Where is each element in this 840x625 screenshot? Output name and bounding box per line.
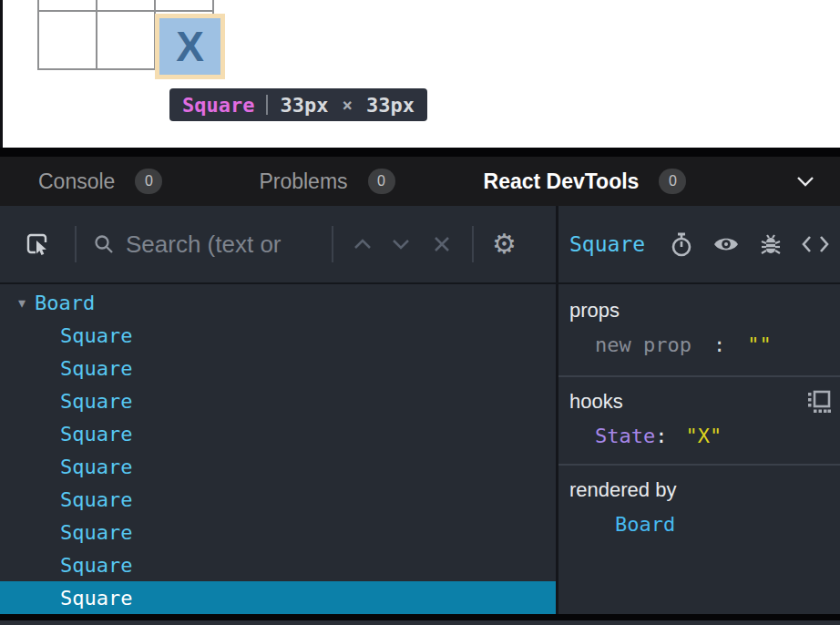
tree-item-square[interactable]: Square	[0, 352, 556, 384]
tree-item-label: Square	[60, 390, 132, 413]
tab-react-devtools-badge: 0	[659, 169, 686, 194]
tab-react-devtools[interactable]: React DevTools 0	[484, 169, 687, 194]
tab-problems-label: Problems	[259, 169, 347, 194]
toolbar-divider	[75, 226, 77, 262]
tab-console-label: Console	[38, 169, 115, 194]
hook-state-label: State	[595, 425, 655, 447]
inspect-element-icon[interactable]	[24, 231, 51, 258]
board-cell[interactable]	[97, 0, 155, 11]
tree-item-label: Square	[60, 587, 132, 610]
tab-console[interactable]: Console 0	[38, 169, 162, 194]
react-devtools-content: ▾ Board Square Square Square Square Squa…	[0, 284, 840, 614]
page-viewport: X Square 33px × 33px	[0, 0, 840, 148]
tooltip-component-name: Square	[182, 94, 254, 117]
react-devtools-toolbar: ⚙ Square	[0, 206, 840, 284]
tree-item-label: Square	[60, 357, 132, 380]
tree-item-square[interactable]: Square	[0, 417, 556, 450]
settings-gear-icon[interactable]: ⚙	[492, 231, 517, 258]
hook-colon: :	[655, 425, 667, 447]
inspect-tooltip: Square 33px × 33px	[169, 88, 427, 121]
tree-item-square-selected[interactable]: Square	[0, 581, 556, 614]
components-tree: ▾ Board Square Square Square Square Squa…	[0, 284, 558, 614]
inspect-highlight-content[interactable]: X	[159, 18, 220, 75]
tree-item-square[interactable]: Square	[0, 384, 556, 417]
search-next-icon[interactable]	[390, 239, 412, 250]
rendered-by-board-link[interactable]: Board	[615, 513, 675, 536]
new-prop-input[interactable]	[595, 333, 697, 356]
prop-colon: :	[713, 333, 725, 356]
toolbar-divider	[332, 226, 333, 262]
panel-bottom-strip	[0, 620, 840, 625]
rendered-by-title: rendered by	[569, 478, 676, 502]
board-cell[interactable]	[155, 0, 213, 11]
new-prop-value[interactable]: ""	[747, 333, 772, 356]
component-inspector: props : "" hooks	[558, 284, 840, 614]
board-cell[interactable]	[38, 11, 97, 69]
selected-component-name: Square	[569, 232, 645, 256]
view-source-brackets-icon[interactable]	[802, 235, 829, 253]
search-prev-icon[interactable]	[352, 239, 374, 250]
tooltip-width: 33px	[280, 94, 328, 117]
selected-component-header: Square	[558, 206, 840, 282]
debug-bug-icon[interactable]	[759, 231, 783, 257]
tree-item-square[interactable]: Square	[0, 483, 556, 516]
tree-item-board[interactable]: ▾ Board	[0, 286, 556, 319]
hook-state-value[interactable]: "X"	[685, 425, 722, 447]
hooks-section: hooks State : "X"	[558, 375, 840, 464]
hooks-section-title: hooks	[569, 390, 623, 414]
tree-item-label: Board	[35, 292, 95, 314]
tree-item-label: Square	[60, 554, 132, 577]
expander-triangle-icon[interactable]: ▾	[18, 294, 26, 312]
tree-item-label: Square	[60, 456, 132, 478]
props-section-title: props	[569, 299, 620, 323]
board-cell[interactable]	[97, 11, 155, 69]
tooltip-divider	[266, 95, 268, 115]
parse-hook-names-icon[interactable]	[806, 390, 831, 414]
chevron-down-icon[interactable]	[796, 176, 814, 187]
components-toolbar: ⚙	[0, 206, 558, 282]
props-section: props : ""	[558, 284, 840, 375]
tooltip-height: 33px	[366, 94, 415, 117]
tree-item-square[interactable]: Square	[0, 548, 556, 581]
tab-react-devtools-label: React DevTools	[484, 169, 640, 194]
window-edge	[0, 0, 3, 148]
inspect-dom-eye-icon[interactable]	[712, 234, 740, 254]
panel-bottom-border	[0, 614, 840, 620]
tree-item-label: Square	[60, 488, 132, 511]
tree-item-label: Square	[60, 324, 132, 347]
tree-item-square[interactable]: Square	[0, 319, 556, 352]
tree-item-label: Square	[60, 521, 132, 544]
tree-item-square[interactable]: Square	[0, 450, 556, 483]
tab-problems-badge: 0	[368, 169, 395, 194]
search-icon	[93, 233, 115, 255]
board-cell[interactable]	[38, 0, 97, 11]
tooltip-times: ×	[340, 95, 353, 115]
search-clear-icon[interactable]	[432, 234, 452, 254]
tree-item-square[interactable]: Square	[0, 516, 556, 548]
profiler-stopwatch-icon[interactable]	[670, 231, 693, 257]
tab-console-badge: 0	[135, 169, 162, 194]
tree-item-label: Square	[60, 423, 132, 446]
toolbar-divider	[472, 226, 474, 262]
devtools-tabbar: Console 0 Problems 0 React DevTools 0	[0, 157, 840, 206]
tab-problems[interactable]: Problems 0	[259, 169, 394, 194]
rendered-by-section: rendered by Board	[558, 464, 840, 614]
search-input[interactable]	[126, 231, 324, 259]
devtools-dock-border	[0, 148, 840, 157]
inspect-highlight-padding: X	[155, 14, 225, 79]
